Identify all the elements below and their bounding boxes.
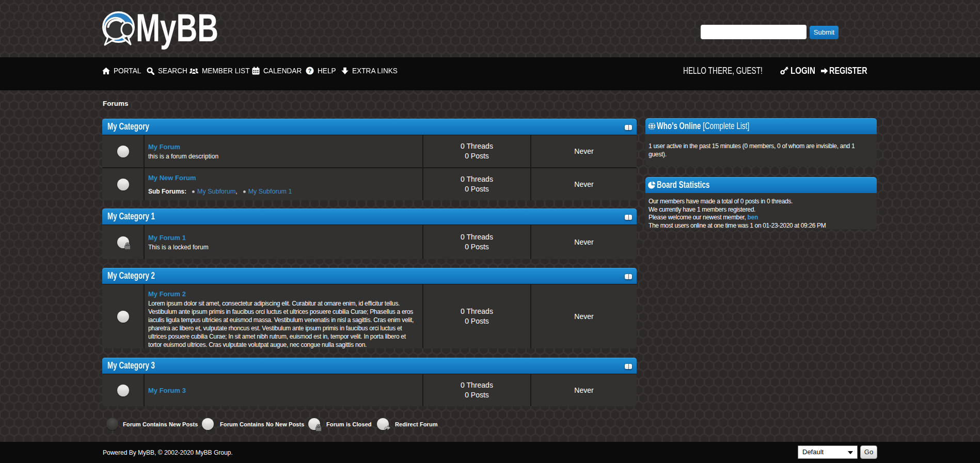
svg-text:?: ?	[308, 68, 311, 74]
svg-text:MyBB: MyBB	[136, 10, 218, 50]
